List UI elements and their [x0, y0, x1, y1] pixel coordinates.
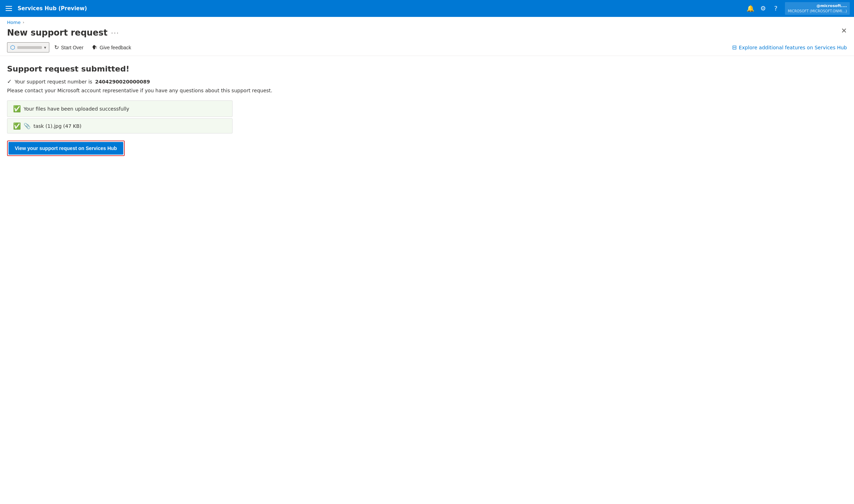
- refresh-icon: ↻: [54, 44, 59, 51]
- toolbar-left: ⬡ ▾ ↻ Start Over 🗣 Give feedback: [7, 42, 732, 53]
- user-tenant: MICROSOFT (MICROSOFT.ONMI...): [788, 9, 847, 13]
- more-options[interactable]: ···: [111, 29, 119, 37]
- close-button[interactable]: ✕: [841, 26, 847, 35]
- breadcrumb-home[interactable]: Home: [7, 20, 20, 25]
- breadcrumb: Home ›: [0, 17, 854, 26]
- upload-check-icon: ✅: [13, 105, 21, 112]
- user-account[interactable]: @microsoft.... MICROSOFT (MICROSOFT.ONMI…: [785, 2, 850, 14]
- file-row: ✅ 📎 task (1).jpg (47 KB): [13, 122, 227, 130]
- view-support-request-button[interactable]: View your support request on Services Hu…: [8, 142, 123, 155]
- start-over-button[interactable]: ↻ Start Over: [51, 42, 87, 53]
- hamburger-menu[interactable]: [4, 5, 13, 12]
- cta-button-wrapper: View your support request on Services Hu…: [7, 141, 125, 156]
- confirm-row: ✓ Your support request number is 2404290…: [7, 78, 847, 85]
- start-over-label: Start Over: [61, 45, 83, 50]
- app-title: Services Hub (Preview): [18, 5, 743, 12]
- upload-success-label: Your files have been uploaded successful…: [24, 106, 129, 112]
- file-box: ✅ 📎 task (1).jpg (47 KB): [7, 118, 233, 133]
- main-content: Support request submitted! ✓ Your suppor…: [0, 56, 854, 164]
- file-name: task (1).jpg (47 KB): [33, 123, 81, 129]
- explore-label: Explore additional features on Services …: [739, 45, 847, 50]
- selector-bar: [17, 46, 42, 49]
- request-number: 2404290020000089: [95, 79, 150, 85]
- file-check-icon: ✅: [13, 122, 21, 130]
- upload-success-row: ✅ Your files have been uploaded successf…: [13, 105, 227, 112]
- user-email: @microsoft....: [816, 4, 847, 8]
- breadcrumb-separator: ›: [23, 20, 24, 25]
- page-header: New support request ··· ✕: [0, 26, 854, 38]
- give-feedback-label: Give feedback: [100, 45, 131, 50]
- help-icon[interactable]: ?: [772, 5, 779, 12]
- page-title: New support request: [7, 28, 107, 38]
- feedback-icon: 🗣: [92, 44, 98, 51]
- notification-icon[interactable]: 🔔: [747, 5, 754, 12]
- confirm-prefix: Your support request number is: [14, 79, 92, 85]
- selector-icon: ⬡: [10, 44, 15, 51]
- subscription-selector[interactable]: ⬡ ▾: [7, 42, 49, 52]
- success-heading: Support request submitted!: [7, 64, 847, 73]
- contact-note: Please contact your Microsoft account re…: [7, 88, 847, 93]
- explore-icon: ⊟: [732, 44, 737, 51]
- give-feedback-button[interactable]: 🗣 Give feedback: [88, 42, 135, 53]
- topbar: Services Hub (Preview) 🔔 ⚙ ? @microsoft.…: [0, 0, 854, 17]
- settings-icon[interactable]: ⚙: [760, 5, 767, 12]
- toolbar: ⬡ ▾ ↻ Start Over 🗣 Give feedback ⊟ Explo…: [0, 38, 854, 56]
- explore-services-hub[interactable]: ⊟ Explore additional features on Service…: [732, 44, 847, 51]
- checkmark-icon: ✓: [7, 78, 12, 85]
- upload-success-box: ✅ Your files have been uploaded successf…: [7, 100, 233, 117]
- attachment-icon: 📎: [24, 123, 31, 129]
- topbar-icons: 🔔 ⚙ ? @microsoft.... MICROSOFT (MICROSOF…: [747, 2, 850, 14]
- chevron-down-icon: ▾: [44, 45, 46, 50]
